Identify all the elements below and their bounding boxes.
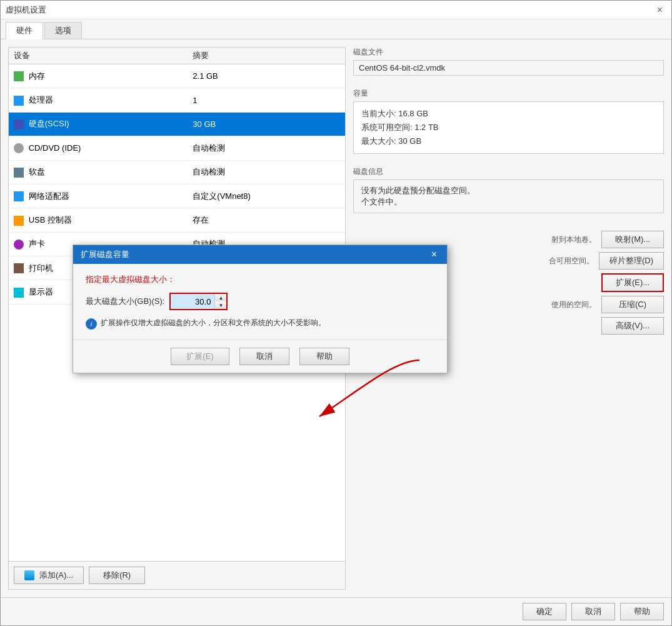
display-icon bbox=[14, 288, 24, 298]
current-size-line: 当前大小: 16.8 GB bbox=[361, 107, 656, 121]
left-bottom-buttons: 添加(A)... 移除(R) bbox=[9, 561, 345, 589]
info-note: i 扩展操作仅增大虚拟磁盘的大小，分区和文件系统的大小不受影响。 bbox=[86, 318, 434, 330]
max-disk-size-input[interactable] bbox=[171, 294, 214, 309]
sound-icon bbox=[14, 240, 24, 250]
table-row[interactable]: 软盘 自动检测 bbox=[9, 160, 345, 184]
net-icon bbox=[14, 191, 24, 201]
spinbox-buttons: ▲ ▼ bbox=[214, 294, 226, 309]
max-disk-size-row: 最大磁盘大小(GB)(S): ▲ ▼ bbox=[86, 293, 434, 310]
spin-down-button[interactable]: ▼ bbox=[215, 301, 226, 309]
bottom-bar: 确定 取消 帮助 bbox=[1, 597, 671, 625]
help-button[interactable]: 帮助 bbox=[620, 603, 664, 620]
modal-expand-button[interactable]: 扩展(E) bbox=[171, 348, 229, 365]
disk-file-input[interactable] bbox=[353, 60, 664, 76]
disk-info-section: 磁盘信息 没有为此硬盘预分配磁盘空间。 个文件中。 bbox=[353, 166, 664, 213]
compact-button[interactable]: 压缩(C) bbox=[601, 296, 664, 313]
map-button[interactable]: 映射(M)... bbox=[601, 231, 664, 248]
printer-icon bbox=[14, 263, 24, 273]
usb-icon bbox=[14, 216, 24, 226]
modal-body: 指定最大虚拟磁盘大小： 最大磁盘大小(GB)(S): ▲ ▼ i 扩展操作仅增大… bbox=[73, 264, 447, 340]
modal-cancel-button[interactable]: 取消 bbox=[239, 348, 289, 365]
capacity-section: 容量 当前大小: 16.8 GB 系统可用空间: 1.2 TB 最大大小: 30… bbox=[353, 88, 664, 154]
disk-file-section: 磁盘文件 bbox=[353, 47, 664, 76]
close-button[interactable]: × bbox=[653, 3, 666, 17]
main-window: 虚拟机设置 × 硬件 选项 设备 摘要 bbox=[0, 0, 672, 626]
cancel-button[interactable]: 取消 bbox=[571, 603, 615, 620]
tab-bar: 硬件 选项 bbox=[1, 19, 671, 39]
table-row[interactable]: USB 控制器 存在 bbox=[9, 208, 345, 232]
modal-close-button[interactable]: × bbox=[429, 249, 439, 260]
title-bar: 虚拟机设置 × bbox=[1, 1, 671, 19]
advanced-button[interactable]: 高级(V)... bbox=[601, 317, 664, 335]
dvd-icon bbox=[14, 143, 24, 153]
table-row-hdd[interactable]: 硬盘(SCSI) 30 GB bbox=[9, 112, 345, 136]
memory-icon bbox=[14, 71, 24, 81]
disk-info-label: 磁盘信息 bbox=[353, 166, 664, 177]
modal-section-label: 指定最大虚拟磁盘大小： bbox=[86, 274, 434, 285]
tab-options[interactable]: 选项 bbox=[44, 22, 82, 39]
modal-title: 扩展磁盘容量 bbox=[81, 249, 129, 260]
floppy-icon bbox=[14, 168, 24, 178]
modal-title-bar: 扩展磁盘容量 × bbox=[73, 245, 447, 264]
shield-icon bbox=[24, 570, 34, 580]
tab-hardware[interactable]: 硬件 bbox=[6, 22, 43, 39]
cpu-icon bbox=[14, 96, 24, 106]
col-summary-header: 摘要 bbox=[188, 48, 345, 64]
table-row[interactable]: 网络适配器 自定义(VMnet8) bbox=[9, 184, 345, 208]
table-row[interactable]: 内存 2.1 GB bbox=[9, 64, 345, 88]
col-device-header: 设备 bbox=[9, 48, 188, 64]
modal-help-button[interactable]: 帮助 bbox=[299, 348, 349, 365]
info-icon: i bbox=[86, 318, 97, 330]
disk-info-box: 没有为此硬盘预分配磁盘空间。 个文件中。 bbox=[353, 179, 664, 213]
modal-footer: 扩展(E) 取消 帮助 bbox=[73, 340, 447, 373]
spinbox-container: ▲ ▼ bbox=[169, 293, 228, 310]
available-space-line: 系统可用空间: 1.2 TB bbox=[361, 121, 656, 134]
disk-file-label: 磁盘文件 bbox=[353, 47, 664, 58]
disk-info-text2: 个文件中。 bbox=[361, 196, 656, 208]
ok-button[interactable]: 确定 bbox=[523, 603, 566, 620]
max-disk-size-label: 最大磁盘大小(GB)(S): bbox=[86, 296, 164, 307]
add-button[interactable]: 添加(A)... bbox=[14, 567, 84, 584]
note-text: 扩展操作仅增大虚拟磁盘的大小，分区和文件系统的大小不受影响。 bbox=[101, 318, 326, 328]
capacity-label: 容量 bbox=[353, 88, 664, 99]
window-title: 虚拟机设置 bbox=[6, 4, 46, 16]
spin-up-button[interactable]: ▲ bbox=[215, 294, 226, 301]
expand-disk-dialog: 扩展磁盘容量 × 指定最大虚拟磁盘大小： 最大磁盘大小(GB)(S): ▲ ▼ … bbox=[73, 245, 448, 373]
hdd-icon bbox=[14, 119, 24, 129]
table-row[interactable]: CD/DVD (IDE) 自动检测 bbox=[9, 136, 345, 160]
remove-button[interactable]: 移除(R) bbox=[89, 567, 145, 584]
disk-info-text1: 没有为此硬盘预分配磁盘空间。 bbox=[361, 185, 656, 196]
expand-button[interactable]: 扩展(E)... bbox=[601, 273, 664, 292]
capacity-info-box: 当前大小: 16.8 GB 系统可用空间: 1.2 TB 最大大小: 30 GB bbox=[353, 101, 664, 154]
max-size-line: 最大大小: 30 GB bbox=[361, 134, 656, 148]
table-row[interactable]: 处理器 1 bbox=[9, 88, 345, 112]
defrag-button[interactable]: 碎片整理(D) bbox=[599, 252, 664, 270]
